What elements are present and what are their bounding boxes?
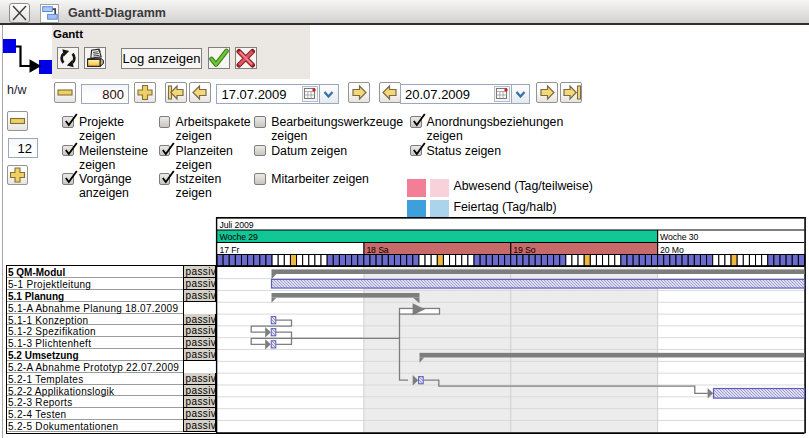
svg-text:19 So: 19 So [513, 245, 535, 255]
svg-text:17 Fr: 17 Fr [220, 245, 240, 255]
svg-text:20 Mo: 20 Mo [660, 245, 684, 255]
svg-text:Woche 30: Woche 30 [660, 232, 698, 242]
svg-text:18 Sa: 18 Sa [366, 245, 388, 255]
svg-text:Woche 29: Woche 29 [220, 232, 258, 242]
svg-text:Juli 2009: Juli 2009 [220, 220, 254, 230]
